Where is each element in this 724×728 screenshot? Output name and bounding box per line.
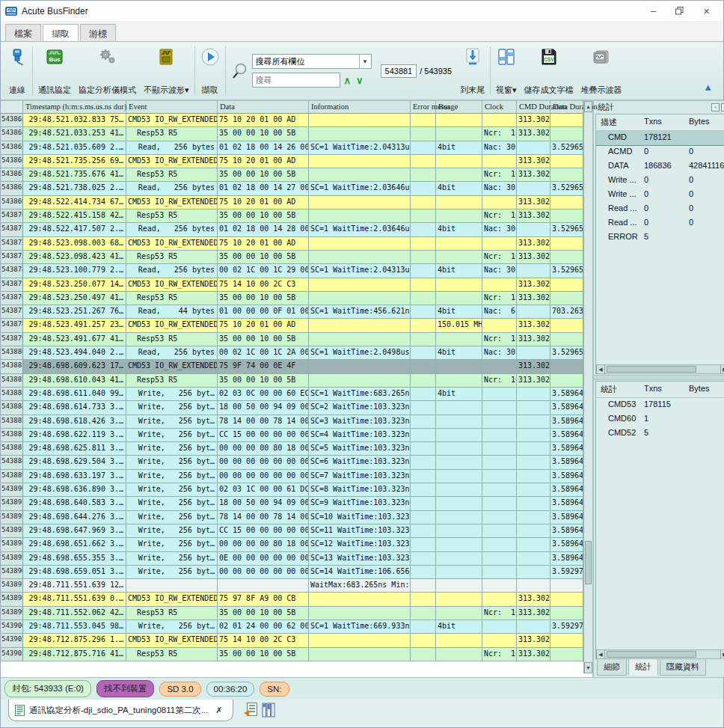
table-row[interactable]: 54388429:48.698.614.733 3.…Write, 256 by… [1,401,583,415]
table-row[interactable]: 54386929:48.522.414.734 67…CMD53 IO_RW_E… [1,196,583,209]
search-next-icon[interactable]: ∨ [356,75,365,86]
table-row[interactable]: 54387429:48.523.100.779 2.…Read, 256 byt… [1,264,583,278]
column-header[interactable]: Data Duration [550,101,583,114]
stats-row[interactable]: CMD53178115 [596,398,724,412]
position-current[interactable]: 543881 [381,64,417,78]
table-row[interactable]: 54389029:48.698.636.890 3.…Write, 256 by… [1,483,583,497]
table-row[interactable]: 54388029:48.523.494.040 2.…Read, 256 byt… [1,346,583,360]
table-row[interactable]: 54387329:48.523.098.423 41… Resp53 R535 … [1,251,583,264]
table-row[interactable]: 54388629:48.698.622.119 3.…Write, 256 by… [1,429,583,442]
table-row[interactable]: 54390029:48.711.553.045 98…Write, 256 by… [1,620,583,634]
stats-row[interactable]: CMD525 [596,426,724,441]
table-row[interactable]: 54386729:48.521.735.676 41… Resp53 R535 … [1,168,583,182]
scroll-right-icon[interactable]: ▶ [720,650,724,658]
export-report-icon[interactable] [244,703,257,718]
column-header[interactable]: Information [309,101,411,114]
table-row[interactable]: 54387129:48.522.417.507 2.…Read, 256 byt… [1,223,583,236]
table-row[interactable]: 54387529:48.523.250.077 14…CMD53 IO_RW_E… [1,278,583,292]
to-end-button[interactable]: 到末尾 [456,44,488,97]
hide-waveform-button[interactable]: 不顯示波形▾ [140,44,193,97]
table-row[interactable]: 54386429:48.521.033.253 41… Resp53 R535 … [1,127,583,141]
panel-float-icon[interactable]: ▫ [711,103,720,111]
scroll-left-icon[interactable]: ◀ [596,365,605,373]
close-button[interactable]: × [703,5,710,16]
search-prev-icon[interactable]: ∧ [344,75,353,86]
table-row[interactable]: 54388529:48.698.618.426 3.…Write, 256 by… [1,415,583,429]
tab-capture[interactable]: 擷取 [43,24,79,41]
table-row[interactable]: 54389829:48.711.551.639 0.…CMD53 IO_RW_E… [1,593,583,606]
table-row[interactable]: 54388129:48.698.609.623 17…CMD53 IO_RW_E… [1,360,583,373]
stats-bottom-hscrollbar[interactable]: ◀ ▶ [596,649,724,658]
table-row[interactable]: 54389329:48.698.647.969 3.…Write, 256 by… [1,524,583,538]
scroll-thumb[interactable] [607,651,696,658]
table-row[interactable]: 54386329:48.521.032.833 75…CMD53 IO_RW_E… [1,114,583,127]
document-tab[interactable]: 通訊協定分析-dji_sdio_PA_tuning0811第二次... ✗ [8,700,233,721]
table-row[interactable]: 54389429:48.698.651.662 3.…Write, 256 by… [1,538,583,551]
close-tab-icon[interactable]: ✗ [215,706,222,715]
scroll-thumb[interactable] [585,541,592,584]
table-row[interactable]: 54390229:48.712.875.716 41… Resp53 R535 … [1,648,583,661]
table-row[interactable]: 54389729:48.711.551.639 12…WaitMax:683.2… [1,579,583,593]
table-vertical-scrollbar[interactable]: ▲ ▼ [583,101,592,673]
tab-hidden-data[interactable]: 隱藏資料 [660,658,706,676]
table-row[interactable]: 54388729:48.698.625.811 3.…Write, 256 by… [1,442,583,456]
table-row[interactable]: 54387229:48.523.098.003 68…CMD53 IO_RW_E… [1,237,583,251]
table-row[interactable]: 54388229:48.698.610.043 41… Resp53 R535 … [1,374,583,388]
column-header[interactable]: Clock [482,101,517,114]
minimize-button[interactable]: – [651,6,656,16]
scroll-track[interactable] [584,112,592,662]
column-view-icon[interactable] [262,703,275,718]
table-row[interactable]: 54388929:48.698.633.197 3.…Write, 256 by… [1,470,583,483]
stats-row[interactable]: ERROR5 [596,230,724,245]
table-row[interactable]: 54387729:48.523.251.267 76…Read, 44 byte… [1,305,583,319]
column-header[interactable]: Timestamp (h:m:s.ms.us.ns dur) [23,101,126,114]
table-row[interactable]: 54387829:48.523.491.257 23…CMD53 IO_RW_E… [1,319,583,332]
connect-button[interactable]: 連線 [4,44,31,97]
table-row[interactable]: 54386529:48.521.035.609 2.…Read, 256 byt… [1,141,583,155]
table-row[interactable]: 54389229:48.698.644.276 3.…Write, 256 by… [1,511,583,524]
table-row[interactable]: 54386629:48.521.735.256 69…CMD53 IO_RW_E… [1,155,583,168]
column-header[interactable]: CMD Duration [517,101,550,114]
stats-row[interactable]: CMD601 [596,412,724,426]
stats-row[interactable]: Read ...00 [596,202,724,216]
save-text-button[interactable]: CSV 儲存成文字檔 [521,44,577,97]
panel-splitter[interactable] [594,375,724,380]
search-input[interactable] [252,73,340,88]
protocol-button[interactable]: Bus 通訊協定 [34,44,75,97]
tab-statistics[interactable]: 統計 [628,658,658,676]
scroll-left-icon[interactable]: ◀ [596,650,605,658]
table-row[interactable]: 54389929:48.711.552.062 42… Resp53 R535 … [1,607,583,620]
stats-row[interactable]: CMD178121 [596,131,724,145]
tab-cursor[interactable]: 游標 [80,24,116,41]
tab-file[interactable]: 檔案 [5,24,41,41]
table-row[interactable]: 54389129:48.698.640.583 3.…Write, 256 by… [1,497,583,510]
column-header[interactable]: Bus [436,101,482,114]
restore-button[interactable] [675,7,684,15]
table-row[interactable]: 54388829:48.698.629.504 3.…Write, 256 by… [1,456,583,469]
table-row[interactable]: 54387029:48.522.415.158 42… Resp53 R535 … [1,209,583,223]
panel-close-icon[interactable]: × [721,103,724,111]
tab-details[interactable]: 細節 [597,658,627,676]
stats-row[interactable]: Write ...00 [596,174,724,188]
scroll-up-icon[interactable]: ▲ [584,101,592,112]
search-field-select[interactable]: 搜尋所有欄位 ▼ [252,54,372,69]
scroll-down-icon[interactable]: ▼ [584,662,592,673]
stats-row[interactable]: Read ...00 [596,216,724,230]
table-row[interactable]: 54387929:48.523.491.677 41… Resp53 R535 … [1,333,583,346]
stack-scope-button[interactable]: 堆疊示波器 [577,44,626,97]
chevron-down-icon[interactable]: ▼ [359,55,371,68]
table-row[interactable]: 54389629:48.698.659.051 3.…Write, 256 by… [1,566,583,579]
table-row[interactable]: 54386829:48.521.738.025 2.…Read, 256 byt… [1,182,583,195]
scroll-right-icon[interactable]: ▶ [720,365,724,373]
table-row[interactable]: 54387629:48.523.250.497 41… Resp53 R535 … [1,292,583,305]
table-row[interactable]: 54390129:48.712.875.296 1.…CMD53 IO_RW_E… [1,634,583,647]
column-header[interactable]: Error message [411,101,436,114]
capture-button[interactable]: 擷取 [197,44,224,97]
collapse-ribbon-icon[interactable]: ▲ [703,82,720,97]
column-header[interactable]: Data [218,101,309,114]
analyzer-mode-button[interactable]: 協定分析儀模式 [75,44,140,97]
scroll-thumb[interactable] [607,366,696,373]
column-header[interactable]: Event [126,101,218,114]
table-row[interactable]: 54389529:48.698.655.355 3.…Write, 256 by… [1,552,583,566]
stats-row[interactable]: DATA18683642841116 [596,159,724,174]
